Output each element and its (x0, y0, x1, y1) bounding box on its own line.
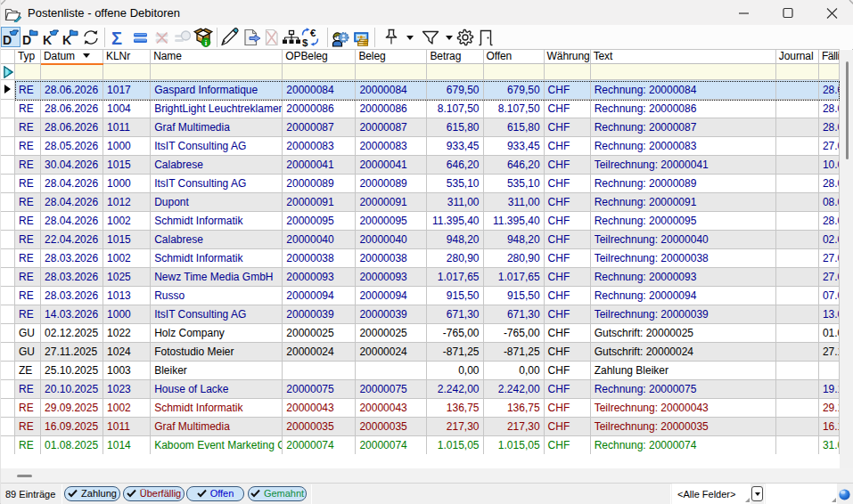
svg-text:€: € (310, 28, 316, 38)
svg-text:K: K (43, 33, 52, 47)
svg-text:$: $ (302, 37, 308, 48)
svg-text:Σ: Σ (111, 28, 122, 48)
svg-text:D: D (3, 33, 12, 47)
